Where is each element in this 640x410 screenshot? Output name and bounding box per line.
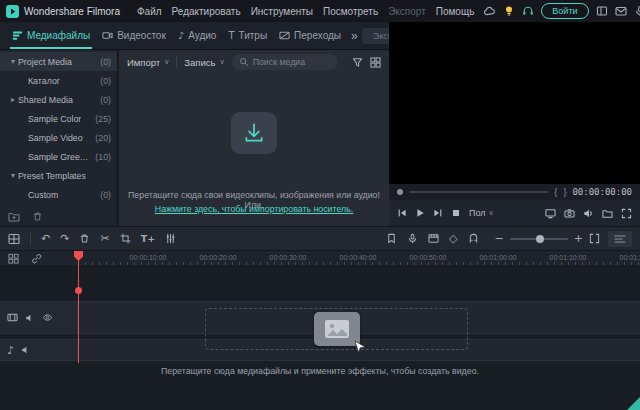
menu-tools[interactable]: Инструменты	[247, 6, 317, 17]
cloud-icon[interactable]	[483, 5, 496, 17]
menu-export[interactable]: Экспорт	[384, 6, 430, 17]
tab-media[interactable]: Медиафайлы	[6, 22, 96, 49]
layout-switch-icon[interactable]	[596, 5, 608, 17]
chevron-down-icon: ∨	[489, 210, 494, 217]
track-view-toggle[interactable]	[608, 231, 632, 247]
sidebar-item-catalog[interactable]: Каталог (0)	[0, 71, 117, 90]
sidebar-item-sample-video[interactable]: Sample Video (20)	[0, 128, 117, 147]
divider	[176, 56, 177, 68]
menu-help[interactable]: Помощь	[432, 6, 479, 17]
caret-down-icon[interactable]: ▾	[8, 171, 18, 180]
sidebar-item-project-media[interactable]: ▾ Project Media (0)	[0, 52, 117, 71]
zoom-slider-knob[interactable]	[536, 235, 544, 243]
filmora-window: Wondershare Filmora Файл Редактировать И…	[0, 0, 640, 410]
play-button[interactable]	[415, 208, 425, 218]
sidebar-item-count: (0)	[96, 95, 111, 105]
mark-in-icon[interactable]: {	[554, 187, 557, 197]
grid-view-icon[interactable]	[370, 57, 381, 68]
ruler-label: 00:00:30:00	[270, 254, 307, 261]
crop-icon[interactable]	[120, 233, 131, 244]
playhead-knob[interactable]	[75, 287, 82, 294]
tab-stock-media[interactable]: Видеосток	[96, 22, 172, 49]
tab-audio[interactable]: ♪ Аудио	[172, 22, 223, 49]
delete-icon[interactable]	[79, 233, 90, 244]
snap-icon[interactable]	[468, 233, 479, 244]
more-tabs-chevron-icon[interactable]: »	[347, 29, 362, 43]
media-library-sidebar: ▾ Project Media (0) Каталог (0) ▸ Shared…	[0, 50, 118, 226]
seek-handle[interactable]	[397, 189, 403, 195]
sidebar-item-preset-templates[interactable]: ▾ Preset Templates	[0, 166, 117, 185]
caret-down-icon[interactable]: ▾	[8, 57, 18, 66]
delete-folder-icon[interactable]	[32, 211, 43, 222]
ruler-label: 00:01:10:00	[550, 254, 587, 261]
timeline-ruler[interactable]: 00:00:10:00 00:00:20:00 00:00:30:00 00:0…	[0, 251, 640, 267]
timeline-panel: 00:00:10:00 00:00:20:00 00:00:30:00 00:0…	[0, 251, 640, 410]
link-icon[interactable]	[31, 253, 42, 264]
filter-icon[interactable]	[352, 57, 363, 68]
eye-icon[interactable]	[42, 312, 53, 323]
import-media-icon[interactable]	[231, 112, 277, 154]
marker-icon[interactable]	[386, 233, 397, 244]
stop-button[interactable]	[451, 208, 461, 218]
media-search[interactable]	[232, 54, 338, 70]
fullscreen-icon[interactable]	[621, 208, 632, 219]
sidebar-item-sample-color[interactable]: Sample Color (25)	[0, 109, 117, 128]
support-headset-icon[interactable]	[522, 5, 534, 17]
ruler-label: 00:01:20:00	[620, 254, 640, 261]
mute-track-icon[interactable]	[25, 313, 35, 323]
record-dropdown[interactable]: Запись ∨	[184, 57, 224, 68]
add-text-icon[interactable]: T+	[141, 234, 155, 244]
split-scissors-icon[interactable]: ✂	[100, 233, 109, 244]
new-folder-icon[interactable]	[8, 211, 20, 222]
zoom-in-icon[interactable]: +	[574, 233, 583, 244]
microphone-icon[interactable]	[634, 5, 640, 17]
audio-mixer-icon[interactable]	[165, 233, 176, 244]
search-input[interactable]	[253, 57, 327, 67]
fit-timeline-icon[interactable]	[589, 233, 600, 244]
audio-track-header: ♪	[0, 340, 78, 360]
sidebar-item-shared-media[interactable]: ▸ Shared Media (0)	[0, 90, 117, 109]
folder-icon[interactable]	[602, 208, 613, 219]
undo-icon[interactable]: ↶	[41, 233, 50, 244]
seek-track[interactable]	[409, 191, 548, 193]
mark-out-icon[interactable]: }	[563, 187, 566, 197]
workspace-layout-icon[interactable]	[8, 233, 20, 245]
import-dropdown[interactable]: Импорт ∨	[127, 57, 169, 68]
preview-timecode: 00:00:00:00	[572, 187, 632, 197]
tips-bulb-icon[interactable]	[503, 5, 515, 17]
snapshot-camera-icon[interactable]	[564, 208, 575, 219]
tab-transitions[interactable]: Переходы	[273, 22, 347, 49]
voiceover-mic-icon[interactable]	[407, 233, 418, 244]
render-preview-icon[interactable]	[428, 233, 439, 244]
mail-icon[interactable]	[615, 5, 627, 17]
mute-track-icon[interactable]	[21, 345, 31, 355]
preview-seekbar: { } 00:00:00:00	[389, 184, 640, 200]
sidebar-item-custom[interactable]: Custom (0)	[0, 185, 117, 204]
display-device-icon[interactable]	[545, 208, 556, 219]
resize-grip[interactable]	[627, 397, 640, 410]
preview-video-area[interactable]	[389, 22, 640, 184]
zoom-slider[interactable]	[510, 238, 568, 240]
playhead[interactable]	[78, 251, 79, 363]
menu-file[interactable]: Файл	[133, 6, 166, 17]
menu-edit[interactable]: Редактировать	[168, 6, 245, 17]
next-frame-button[interactable]	[433, 208, 443, 218]
login-button[interactable]: Войти	[541, 3, 588, 19]
previous-frame-button[interactable]	[397, 208, 407, 218]
preview-zoom-dropdown[interactable]: Пол ∨	[469, 208, 494, 218]
tab-titles[interactable]: T Титры	[222, 22, 273, 49]
sidebar-item-sample-green-screen[interactable]: Sample Green Scre... (10)	[0, 147, 117, 166]
zoom-out-icon[interactable]: −	[495, 233, 504, 244]
timeline-drop-target[interactable]	[205, 308, 468, 350]
sidebar-item-count: (0)	[96, 76, 111, 86]
redo-icon[interactable]: ↷	[60, 233, 69, 244]
speaker-icon[interactable]	[583, 208, 594, 219]
keyframe-icon[interactable]: ◇	[449, 233, 457, 244]
manage-tracks-icon[interactable]	[8, 253, 19, 264]
mouse-cursor-icon	[354, 340, 366, 354]
video-track-header	[0, 302, 78, 333]
import-media-link[interactable]: Нажмите здесь, чтобы импортировать носит…	[119, 204, 389, 214]
caret-right-icon[interactable]: ▸	[8, 95, 18, 104]
menu-view[interactable]: Посмотреть	[319, 6, 382, 17]
media-drop-zone[interactable]: Перетащите сюда свои видеоклипы, изображ…	[119, 74, 389, 226]
